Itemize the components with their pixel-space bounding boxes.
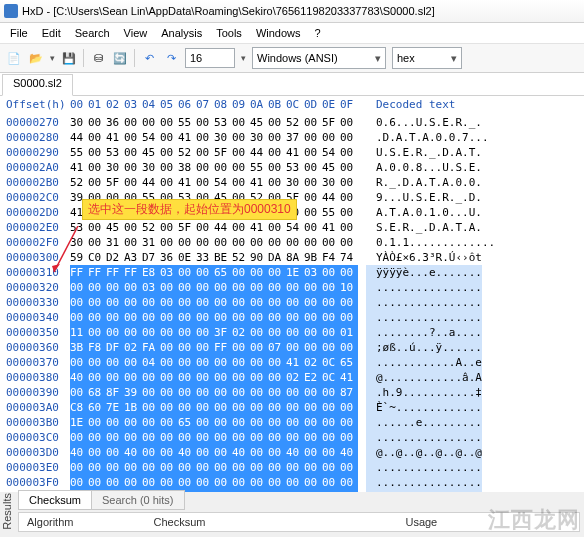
hex-row[interactable]: 0000038040000000000000000000000002E20C41…	[0, 370, 584, 385]
hex-row[interactable]: 0000027030003600000055005300450052005F00…	[0, 115, 584, 130]
hex-bytes[interactable]: 00000000040000000000000041020C65	[70, 355, 366, 370]
offset-cell: 000002D0	[6, 205, 70, 220]
hex-bytes[interactable]: 55005300450052005F00440041005400	[70, 145, 366, 160]
menu-edit[interactable]: Edit	[36, 25, 67, 41]
ascii-cell[interactable]: ÿÿÿÿè...e.......	[366, 265, 482, 280]
menu-search[interactable]: Search	[69, 25, 116, 41]
results-tab-vertical[interactable]: Results	[1, 493, 13, 530]
ascii-cell[interactable]: ................	[366, 295, 482, 310]
ascii-cell[interactable]: U.S.E.R._.D.A.T.	[366, 145, 482, 160]
search-tab[interactable]: Search (0 hits)	[91, 490, 185, 510]
hex-bytes[interactable]: 41003000300038000000550053004500	[70, 160, 366, 175]
hex-bytes[interactable]: 5300450052005F004400410054004100	[70, 220, 366, 235]
bottom-tab-bar: Checksum Search (0 hits)	[18, 490, 184, 510]
hex-row[interactable]: 0000039000688F39000000000000000000000087…	[0, 385, 584, 400]
bytes-per-row-input[interactable]	[185, 48, 235, 68]
ascii-cell[interactable]: ................	[366, 430, 482, 445]
hex-bytes[interactable]: C8607E1B000000000000000000000000	[70, 400, 366, 415]
hex-bytes[interactable]: 11000000000000003F02000000000001	[70, 325, 366, 340]
ascii-cell[interactable]: @..@..@..@..@..@	[366, 445, 482, 460]
hex-bytes[interactable]: 00000000000000000000000000000000	[70, 430, 366, 445]
checksum-tab[interactable]: Checksum	[18, 490, 92, 510]
hex-row[interactable]: 000003C000000000000000000000000000000000…	[0, 430, 584, 445]
disk-icon[interactable]: ⛁	[90, 50, 106, 66]
menu-tools[interactable]: Tools	[210, 25, 248, 41]
file-tab[interactable]: S0000.sl2	[2, 74, 73, 96]
hex-row[interactable]: 0000028044004100540041003000300037000000…	[0, 130, 584, 145]
ascii-cell[interactable]: ;øß..ú...ÿ......	[366, 340, 482, 355]
ascii-cell[interactable]: ............A..e	[366, 355, 482, 370]
hex-row[interactable]: 000003E000000000000000000000000000000000…	[0, 460, 584, 475]
ascii-cell[interactable]: .h.9...........‡	[366, 385, 482, 400]
hex-view[interactable]: Offset(h) 000102030405060708090A0B0C0D0E…	[0, 96, 584, 492]
hex-bytes[interactable]: 44004100540041003000300037000000	[70, 130, 366, 145]
hex-bytes[interactable]: 3BF8DF02FA000000FF00000700000000	[70, 340, 366, 355]
hex-row[interactable]: 0000029055005300450052005F00440041005400…	[0, 145, 584, 160]
ascii-cell[interactable]: A.0.0.8...U.S.E.	[366, 160, 482, 175]
hex-bytes[interactable]: 1E000000000065000000000000000000	[70, 415, 366, 430]
hex-bytes[interactable]: 40000000000000000000000002E20C41	[70, 370, 366, 385]
hex-row[interactable]: 0000037000000000040000000000000041020C65…	[0, 355, 584, 370]
menu-analysis[interactable]: Analysis	[155, 25, 208, 41]
hex-row[interactable]: 000003D040000040000040000040000040000040…	[0, 445, 584, 460]
hex-bytes[interactable]: 00688F39000000000000000000000087	[70, 385, 366, 400]
hex-bytes[interactable]: 52005F00440041005400410030003000	[70, 175, 366, 190]
redo-icon[interactable]: ↷	[163, 50, 179, 66]
hex-bytes[interactable]: 40000040000040000040000040000040	[70, 445, 366, 460]
hex-bytes[interactable]: 00000000000000000000000000000000	[70, 475, 366, 490]
hex-row[interactable]: 000003603BF8DF02FA000000FF00000700000000…	[0, 340, 584, 355]
hex-row[interactable]: 00000310FFFFFFFFE8030000650000001E030000…	[0, 265, 584, 280]
ascii-cell[interactable]: S.E.R._.D.A.T.A.	[366, 220, 482, 235]
ascii-cell[interactable]: ................	[366, 490, 482, 492]
ascii-cell[interactable]: È`~.............	[366, 400, 482, 415]
ascii-cell[interactable]: ......e.........	[366, 415, 482, 430]
offset-cell: 00000330	[6, 295, 70, 310]
ascii-cell[interactable]: ................	[366, 460, 482, 475]
undo-icon[interactable]: ↶	[141, 50, 157, 66]
ascii-cell[interactable]: .D.A.T.A.0.0.7...	[366, 130, 489, 145]
ascii-cell[interactable]: R._.D.A.T.A.0.0.	[366, 175, 482, 190]
open-folder-icon[interactable]: 📂	[28, 50, 44, 66]
hex-bytes[interactable]: 00000000000000000000000000000000	[70, 295, 366, 310]
hex-row[interactable]: 000003F000000000000000000000000000000000…	[0, 475, 584, 490]
refresh-icon[interactable]: 🔄	[112, 50, 128, 66]
save-icon[interactable]: 💾	[61, 50, 77, 66]
hex-bytes[interactable]: FFFFFFFFE8030000650000001E030000	[70, 265, 366, 280]
ascii-cell[interactable]: @............â.A	[366, 370, 482, 385]
encoding-select[interactable]: Windows (ANSI)	[252, 47, 386, 69]
hex-row[interactable]: 000002B052005F00440041005400410030003000…	[0, 175, 584, 190]
hex-bytes[interactable]: 59C0D2A3D7360E33BE5290DA8A9BF474	[70, 250, 366, 265]
ascii-cell[interactable]: 9...U.S.E.R._.D.	[366, 190, 482, 205]
hex-bytes[interactable]: 30003600000055005300450052005F00	[70, 115, 366, 130]
ascii-cell[interactable]: ................	[366, 310, 482, 325]
hex-row[interactable]: 000003A0C8607E1B000000000000000000000000…	[0, 400, 584, 415]
menu-windows[interactable]: Windows	[250, 25, 307, 41]
ascii-cell[interactable]: A.T.A.0.1.0...U.	[366, 205, 482, 220]
hex-row[interactable]: 000003B01E000000000065000000000000000000…	[0, 415, 584, 430]
hex-bytes[interactable]: 00000000000000000000000000000000	[70, 310, 366, 325]
hex-bytes[interactable]: 30003100310000000000000000000000	[70, 235, 366, 250]
hex-row[interactable]: 0000032000000000030000000000000000000010…	[0, 280, 584, 295]
ascii-cell[interactable]: ................	[366, 475, 482, 490]
hex-row[interactable]: 0000030059C0D2A3D7360E33BE5290DA8A9BF474…	[0, 250, 584, 265]
offset-cell: 000003F0	[6, 475, 70, 490]
hex-row[interactable]: 0000035011000000000000003F02000000000001…	[0, 325, 584, 340]
menu-help[interactable]: ?	[309, 25, 327, 41]
menu-file[interactable]: File	[4, 25, 34, 41]
view-select[interactable]: hex	[392, 47, 462, 69]
ascii-cell[interactable]: YÀÒ£×6.3³R.Ú‹›ôt	[366, 250, 482, 265]
hex-bytes[interactable]: 00000000000000000000000000000000	[70, 460, 366, 475]
new-file-icon[interactable]: 📄	[6, 50, 22, 66]
menu-view[interactable]: View	[118, 25, 154, 41]
hex-bytes[interactable]: 00000000030000000000000000000010	[70, 280, 366, 295]
ascii-cell[interactable]: ........?..a....	[366, 325, 482, 340]
hex-row[interactable]: 000002E05300450052005F004400410054004100…	[0, 220, 584, 235]
ascii-cell[interactable]: ................	[366, 280, 482, 295]
hex-row[interactable]: 000002A041003000300038000000550053004500…	[0, 160, 584, 175]
hex-row[interactable]: 000002F030003100310000000000000000000000…	[0, 235, 584, 250]
hex-row[interactable]: 0000033000000000000000000000000000000000…	[0, 295, 584, 310]
hex-body[interactable]: 0000027030003600000055005300450052005F00…	[0, 115, 584, 492]
ascii-cell[interactable]: 0.1.1.............	[366, 235, 495, 250]
ascii-cell[interactable]: 0.6...U.S.E.R._.	[366, 115, 482, 130]
hex-row[interactable]: 0000034000000000000000000000000000000000…	[0, 310, 584, 325]
